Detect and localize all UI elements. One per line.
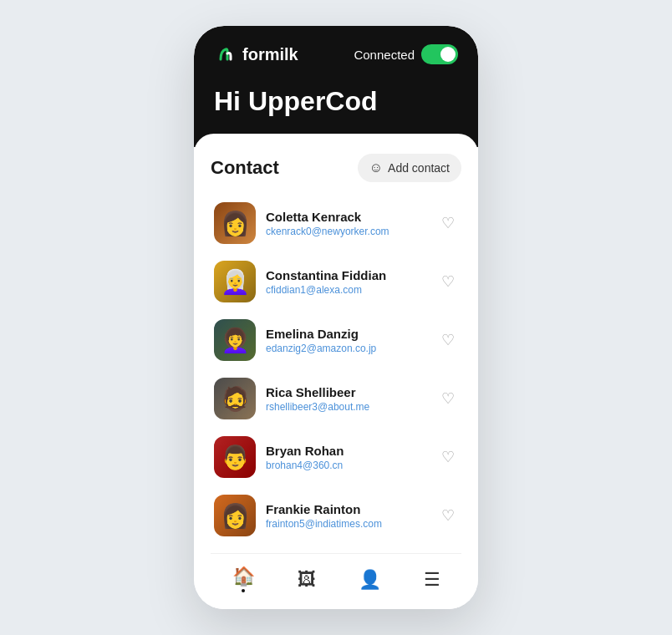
gallery-nav[interactable]: 🖼 bbox=[298, 571, 316, 589]
section-header: Contact ☺ Add contact bbox=[211, 154, 461, 182]
main-content: Contact ☺ Add contact 👩 Coletta Kenrack … bbox=[194, 134, 478, 609]
header: formilk Connected Hi UpperCod bbox=[194, 26, 478, 147]
phone-frame: formilk Connected Hi UpperCod Contact ☺ … bbox=[194, 26, 478, 609]
favorite-button[interactable]: ♡ bbox=[438, 503, 458, 528]
avatar-face: 👩 bbox=[214, 495, 256, 536]
active-indicator bbox=[242, 589, 245, 592]
avatar: 👨 bbox=[214, 436, 256, 478]
avatar: 👩‍🦱 bbox=[214, 319, 256, 361]
avatar: 👩‍🦳 bbox=[214, 261, 256, 302]
contact-info: Coletta Kenrack ckenrack0@newyorker.com bbox=[266, 210, 428, 237]
contact-email: rshellibeer3@about.me bbox=[266, 401, 428, 413]
avatar-face: 👨 bbox=[214, 436, 256, 478]
contact-name: Rica Shellibeer bbox=[266, 385, 428, 399]
favorite-button[interactable]: ♡ bbox=[438, 444, 458, 470]
connection-toggle[interactable] bbox=[421, 44, 458, 64]
contact-email: ckenrack0@newyorker.com bbox=[266, 226, 428, 237]
gallery-nav-icon: 🖼 bbox=[298, 571, 316, 589]
contact-item[interactable]: 👩‍🦳 Constantina Fiddian cfiddian1@alexa.… bbox=[211, 254, 461, 309]
contact-name: Bryan Rohan bbox=[266, 444, 428, 458]
contact-item[interactable]: 👨 Bryan Rohan brohan4@360.cn ♡ bbox=[211, 429, 461, 485]
contact-list: 👩 Coletta Kenrack ckenrack0@newyorker.co… bbox=[211, 196, 461, 543]
favorite-button[interactable]: ♡ bbox=[438, 386, 458, 411]
favorite-button[interactable]: ♡ bbox=[438, 328, 458, 353]
logo-text: formilk bbox=[242, 45, 298, 64]
avatar-face: 🧔 bbox=[214, 378, 256, 419]
contact-info: Bryan Rohan brohan4@360.cn bbox=[266, 444, 428, 471]
favorite-button[interactable]: ♡ bbox=[438, 269, 458, 294]
section-title: Contact bbox=[211, 157, 279, 179]
logo-icon bbox=[214, 43, 237, 66]
add-contact-icon: ☺ bbox=[369, 160, 383, 175]
menu-nav[interactable]: ☰ bbox=[424, 571, 440, 589]
menu-nav-icon: ☰ bbox=[424, 571, 440, 589]
add-contact-button[interactable]: ☺ Add contact bbox=[358, 154, 461, 182]
avatar-face: 👩 bbox=[214, 202, 256, 244]
contact-name: Constantina Fiddian bbox=[266, 268, 428, 282]
home-nav-icon: 🏠 bbox=[232, 567, 255, 586]
top-bar: formilk Connected bbox=[214, 43, 458, 66]
greeting: Hi UpperCod bbox=[214, 86, 458, 117]
contact-item[interactable]: 👩 Frankie Rainton frainton5@indiatimes.c… bbox=[211, 488, 461, 543]
home-nav[interactable]: 🏠 bbox=[232, 567, 255, 592]
profile-nav[interactable]: 👤 bbox=[359, 571, 381, 589]
avatar: 👩 bbox=[214, 495, 256, 536]
avatar: 🧔 bbox=[214, 378, 256, 419]
contact-info: Constantina Fiddian cfiddian1@alexa.com bbox=[266, 268, 428, 296]
logo: formilk bbox=[214, 43, 298, 66]
contact-item[interactable]: 👩‍🦱 Emelina Danzig edanzig2@amazon.co.jp… bbox=[211, 312, 461, 368]
avatar: 👩 bbox=[214, 202, 256, 244]
contact-email: brohan4@360.cn bbox=[266, 460, 428, 471]
avatar-face: 👩‍🦱 bbox=[214, 319, 256, 361]
connected-label: Connected bbox=[354, 48, 415, 62]
contact-name: Coletta Kenrack bbox=[266, 210, 428, 224]
contact-info: Rica Shellibeer rshellibeer3@about.me bbox=[266, 385, 428, 413]
contact-item[interactable]: 👩 Coletta Kenrack ckenrack0@newyorker.co… bbox=[211, 196, 461, 251]
contact-info: Emelina Danzig edanzig2@amazon.co.jp bbox=[266, 327, 428, 354]
favorite-button[interactable]: ♡ bbox=[438, 211, 458, 236]
connected-area: Connected bbox=[354, 44, 458, 64]
bottom-nav: 🏠 🖼 👤 ☰ bbox=[211, 553, 461, 609]
avatar-face: 👩‍🦳 bbox=[214, 261, 256, 302]
contact-name: Frankie Rainton bbox=[266, 502, 428, 516]
contact-item[interactable]: 🧔 Rica Shellibeer rshellibeer3@about.me … bbox=[211, 371, 461, 426]
contact-info: Frankie Rainton frainton5@indiatimes.com bbox=[266, 502, 428, 530]
contact-email: edanzig2@amazon.co.jp bbox=[266, 343, 428, 354]
profile-nav-icon: 👤 bbox=[359, 571, 381, 589]
contact-email: frainton5@indiatimes.com bbox=[266, 518, 428, 530]
contact-email: cfiddian1@alexa.com bbox=[266, 284, 428, 296]
add-contact-label: Add contact bbox=[388, 161, 450, 175]
contact-name: Emelina Danzig bbox=[266, 327, 428, 341]
